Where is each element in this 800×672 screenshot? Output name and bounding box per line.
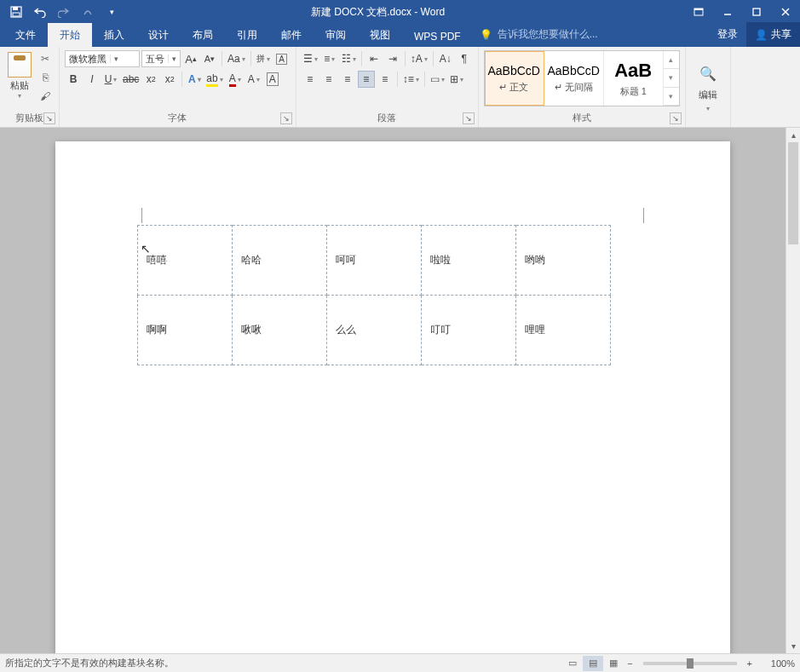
- strikethrough-button[interactable]: abc: [121, 71, 141, 88]
- character-shading-button[interactable]: A: [245, 71, 262, 88]
- gallery-more[interactable]: ▾: [664, 88, 679, 106]
- vertical-scrollbar[interactable]: ▴ ▾: [786, 128, 800, 653]
- character-border-button[interactable]: A: [264, 71, 281, 88]
- gallery-scroll: ▴ ▾ ▾: [664, 51, 679, 106]
- view-read-mode[interactable]: ▭: [562, 656, 583, 671]
- paste-button[interactable]: 粘贴 ▾: [5, 50, 33, 101]
- table-cell[interactable]: 哩哩: [516, 296, 611, 365]
- share-icon: 👤: [755, 29, 768, 41]
- borders-button[interactable]: ⊞: [448, 71, 465, 88]
- cut-button[interactable]: ✂: [37, 50, 54, 67]
- group-font: 微软雅黑▾ 五号▾ A▴ A▾ Aa 拼 A B I U abc x2 x2: [60, 47, 296, 127]
- change-case-button[interactable]: Aa: [226, 50, 247, 67]
- scroll-up[interactable]: ▴: [786, 128, 800, 142]
- style-heading1[interactable]: AaB 标题 1: [604, 51, 664, 106]
- maximize-button[interactable]: [742, 2, 771, 22]
- tab-layout[interactable]: 布局: [181, 23, 225, 47]
- decrease-indent-button[interactable]: ⇤: [365, 50, 383, 67]
- subscript-button[interactable]: x2: [142, 71, 159, 88]
- content-table[interactable]: 嘻嘻 哈哈 呵呵 啦啦 哟哟 啊啊 啾啾 么么 叮叮 哩哩: [137, 225, 611, 365]
- scroll-track[interactable]: [786, 142, 800, 639]
- bold-button[interactable]: B: [65, 71, 82, 88]
- grow-font-button[interactable]: A▴: [182, 50, 199, 67]
- table-cell[interactable]: 哟哟: [516, 226, 611, 296]
- tab-references[interactable]: 引用: [225, 23, 269, 47]
- text-direction-button[interactable]: ↕A: [409, 50, 429, 67]
- paragraph-launcher[interactable]: ↘: [463, 112, 475, 124]
- show-marks-button[interactable]: ¶: [456, 50, 473, 67]
- table-cell[interactable]: 啾啾: [233, 296, 327, 365]
- tell-me-search[interactable]: 💡 告诉我您想要做什么...: [473, 22, 605, 47]
- zoom-slider[interactable]: [643, 662, 737, 665]
- tab-home[interactable]: 开始: [48, 23, 92, 47]
- shrink-font-button[interactable]: A▾: [201, 50, 218, 67]
- numbering-button[interactable]: ≡: [321, 50, 338, 67]
- ribbon: 粘贴 ▾ ✂ ⎘ 🖌 剪贴板 ↘ 微软雅黑▾ 五号▾ A▴ A▾ Aa: [0, 47, 800, 128]
- save-button[interactable]: [5, 2, 27, 22]
- increase-indent-button[interactable]: ⇥: [384, 50, 401, 67]
- tab-wpspdf[interactable]: WPS PDF: [402, 26, 473, 47]
- zoom-in-button[interactable]: +: [744, 658, 756, 669]
- italic-button[interactable]: I: [83, 71, 101, 88]
- table-cell[interactable]: 嘻嘻: [138, 226, 233, 296]
- close-button[interactable]: [771, 2, 800, 22]
- redo-button[interactable]: [53, 2, 75, 22]
- line-spacing-button[interactable]: ↕≡: [401, 71, 421, 88]
- styles-launcher[interactable]: ↘: [670, 112, 682, 124]
- table-cell[interactable]: 么么: [327, 296, 422, 365]
- table-cell[interactable]: 啦啦: [422, 226, 516, 296]
- font-size-combo[interactable]: 五号▾: [141, 50, 181, 67]
- format-painter-button[interactable]: 🖌: [37, 88, 54, 105]
- repeat-button[interactable]: [77, 2, 99, 22]
- tab-design[interactable]: 设计: [136, 23, 181, 47]
- font-name-combo[interactable]: 微软雅黑▾: [65, 50, 140, 67]
- table-cell[interactable]: 叮叮: [422, 296, 516, 365]
- table-cell[interactable]: 哈哈: [233, 226, 327, 296]
- zoom-out-button[interactable]: −: [624, 658, 636, 669]
- document-scroll[interactable]: ↖ 嘻嘻 哈哈 呵呵 啦啦 哟哟 啊啊 啾啾 么么 叮叮 哩哩: [0, 128, 786, 653]
- share-button[interactable]: 👤 共享: [746, 22, 800, 47]
- justify-button[interactable]: ≡: [358, 71, 375, 88]
- align-left-button[interactable]: ≡: [302, 71, 319, 88]
- table-cell[interactable]: 呵呵: [327, 226, 422, 296]
- find-icon[interactable]: 🔍: [699, 66, 717, 82]
- font-launcher[interactable]: ↘: [280, 112, 292, 124]
- superscript-button[interactable]: x2: [161, 71, 178, 88]
- style-normal[interactable]: AaBbCcD ↵ 正文: [485, 51, 544, 106]
- tab-file[interactable]: 文件: [3, 23, 48, 47]
- gallery-up[interactable]: ▴: [664, 51, 679, 69]
- ribbon-display-options[interactable]: [684, 2, 713, 22]
- distribute-button[interactable]: ≡: [377, 71, 394, 88]
- gallery-down[interactable]: ▾: [664, 69, 679, 87]
- font-color-button[interactable]: A: [227, 71, 244, 88]
- underline-button[interactable]: U: [102, 71, 119, 88]
- undo-button[interactable]: [29, 2, 51, 22]
- bullets-button[interactable]: ☰: [302, 50, 319, 67]
- align-center-button[interactable]: ≡: [320, 71, 337, 88]
- view-web-layout[interactable]: ▦: [603, 656, 624, 671]
- text-effects-button[interactable]: A: [186, 71, 203, 88]
- tab-review[interactable]: 审阅: [314, 23, 358, 47]
- phonetic-guide-button[interactable]: 拼: [255, 50, 272, 67]
- shading-button[interactable]: ▭: [429, 71, 446, 88]
- multilevel-list-button[interactable]: ☷: [340, 50, 358, 67]
- minimize-button[interactable]: [713, 2, 742, 22]
- highlight-button[interactable]: ab: [204, 71, 224, 88]
- sort-button[interactable]: A↓: [437, 50, 454, 67]
- tab-insert[interactable]: 插入: [92, 23, 136, 47]
- align-right-button[interactable]: ≡: [339, 71, 356, 88]
- style-no-spacing[interactable]: AaBbCcD ↵ 无间隔: [544, 51, 604, 106]
- tab-mailings[interactable]: 邮件: [269, 23, 314, 47]
- qat-customize[interactable]: ▾: [101, 2, 123, 22]
- copy-button[interactable]: ⎘: [37, 69, 54, 86]
- zoom-level[interactable]: 100%: [756, 658, 795, 669]
- scroll-thumb[interactable]: [788, 142, 798, 244]
- enclose-characters-button[interactable]: A: [273, 50, 291, 67]
- scroll-down[interactable]: ▾: [786, 639, 800, 653]
- tab-view[interactable]: 视图: [358, 23, 402, 47]
- view-print-layout[interactable]: ▤: [583, 656, 603, 671]
- login-button[interactable]: 登录: [709, 22, 746, 47]
- table-cell[interactable]: 啊啊: [138, 296, 233, 365]
- clipboard-launcher[interactable]: ↘: [43, 112, 55, 124]
- page[interactable]: ↖ 嘻嘻 哈哈 呵呵 啦啦 哟哟 啊啊 啾啾 么么 叮叮 哩哩: [55, 141, 730, 653]
